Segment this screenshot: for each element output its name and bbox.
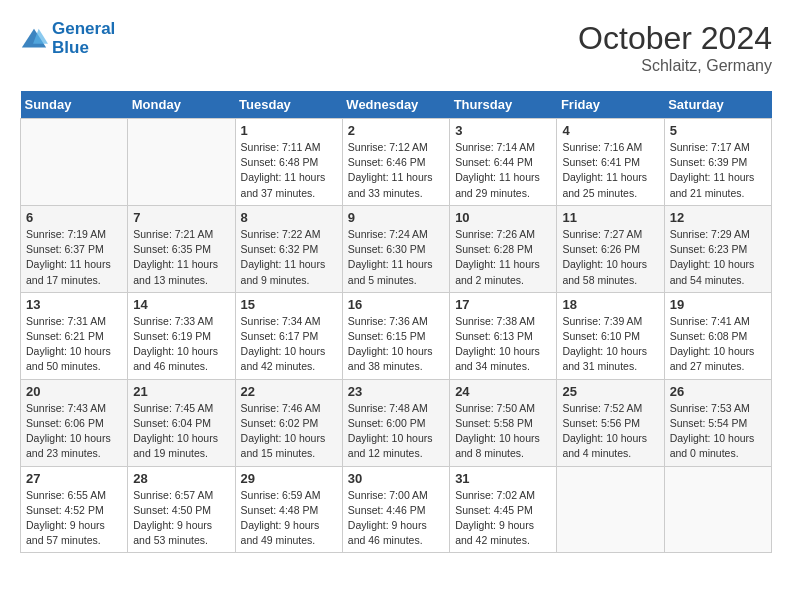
- day-number: 19: [670, 297, 766, 312]
- day-info: Sunrise: 7:46 AMSunset: 6:02 PMDaylight:…: [241, 401, 337, 462]
- day-number: 13: [26, 297, 122, 312]
- day-info: Sunrise: 7:36 AMSunset: 6:15 PMDaylight:…: [348, 314, 444, 375]
- day-cell: 12Sunrise: 7:29 AMSunset: 6:23 PMDayligh…: [664, 205, 771, 292]
- day-number: 17: [455, 297, 551, 312]
- day-number: 5: [670, 123, 766, 138]
- day-cell: 27Sunrise: 6:55 AMSunset: 4:52 PMDayligh…: [21, 466, 128, 553]
- header-cell-thursday: Thursday: [450, 91, 557, 119]
- day-info: Sunrise: 7:11 AMSunset: 6:48 PMDaylight:…: [241, 140, 337, 201]
- header-row: SundayMondayTuesdayWednesdayThursdayFrid…: [21, 91, 772, 119]
- week-row-5: 27Sunrise: 6:55 AMSunset: 4:52 PMDayligh…: [21, 466, 772, 553]
- day-cell: [557, 466, 664, 553]
- day-info: Sunrise: 7:17 AMSunset: 6:39 PMDaylight:…: [670, 140, 766, 201]
- day-number: 27: [26, 471, 122, 486]
- day-cell: 29Sunrise: 6:59 AMSunset: 4:48 PMDayligh…: [235, 466, 342, 553]
- day-number: 15: [241, 297, 337, 312]
- header-cell-friday: Friday: [557, 91, 664, 119]
- day-number: 31: [455, 471, 551, 486]
- day-info: Sunrise: 7:12 AMSunset: 6:46 PMDaylight:…: [348, 140, 444, 201]
- day-info: Sunrise: 7:38 AMSunset: 6:13 PMDaylight:…: [455, 314, 551, 375]
- day-number: 29: [241, 471, 337, 486]
- day-cell: 20Sunrise: 7:43 AMSunset: 6:06 PMDayligh…: [21, 379, 128, 466]
- day-number: 30: [348, 471, 444, 486]
- day-cell: 4Sunrise: 7:16 AMSunset: 6:41 PMDaylight…: [557, 119, 664, 206]
- day-number: 8: [241, 210, 337, 225]
- header-cell-saturday: Saturday: [664, 91, 771, 119]
- day-info: Sunrise: 7:19 AMSunset: 6:37 PMDaylight:…: [26, 227, 122, 288]
- day-info: Sunrise: 7:34 AMSunset: 6:17 PMDaylight:…: [241, 314, 337, 375]
- day-number: 18: [562, 297, 658, 312]
- day-number: 10: [455, 210, 551, 225]
- week-row-1: 1Sunrise: 7:11 AMSunset: 6:48 PMDaylight…: [21, 119, 772, 206]
- header-cell-tuesday: Tuesday: [235, 91, 342, 119]
- day-info: Sunrise: 6:57 AMSunset: 4:50 PMDaylight:…: [133, 488, 229, 549]
- day-cell: 18Sunrise: 7:39 AMSunset: 6:10 PMDayligh…: [557, 292, 664, 379]
- header-cell-monday: Monday: [128, 91, 235, 119]
- day-cell: 25Sunrise: 7:52 AMSunset: 5:56 PMDayligh…: [557, 379, 664, 466]
- day-info: Sunrise: 7:31 AMSunset: 6:21 PMDaylight:…: [26, 314, 122, 375]
- calendar-table: SundayMondayTuesdayWednesdayThursdayFrid…: [20, 91, 772, 553]
- day-cell: 17Sunrise: 7:38 AMSunset: 6:13 PMDayligh…: [450, 292, 557, 379]
- day-cell: 23Sunrise: 7:48 AMSunset: 6:00 PMDayligh…: [342, 379, 449, 466]
- logo-text: General Blue: [52, 20, 115, 57]
- header-cell-sunday: Sunday: [21, 91, 128, 119]
- day-info: Sunrise: 7:27 AMSunset: 6:26 PMDaylight:…: [562, 227, 658, 288]
- day-info: Sunrise: 7:00 AMSunset: 4:46 PMDaylight:…: [348, 488, 444, 549]
- day-cell: 22Sunrise: 7:46 AMSunset: 6:02 PMDayligh…: [235, 379, 342, 466]
- day-info: Sunrise: 7:50 AMSunset: 5:58 PMDaylight:…: [455, 401, 551, 462]
- day-number: 22: [241, 384, 337, 399]
- day-info: Sunrise: 6:59 AMSunset: 4:48 PMDaylight:…: [241, 488, 337, 549]
- day-cell: [664, 466, 771, 553]
- day-cell: 6Sunrise: 7:19 AMSunset: 6:37 PMDaylight…: [21, 205, 128, 292]
- day-number: 25: [562, 384, 658, 399]
- day-cell: 2Sunrise: 7:12 AMSunset: 6:46 PMDaylight…: [342, 119, 449, 206]
- day-number: 28: [133, 471, 229, 486]
- day-number: 21: [133, 384, 229, 399]
- week-row-3: 13Sunrise: 7:31 AMSunset: 6:21 PMDayligh…: [21, 292, 772, 379]
- day-cell: 8Sunrise: 7:22 AMSunset: 6:32 PMDaylight…: [235, 205, 342, 292]
- day-number: 9: [348, 210, 444, 225]
- day-cell: 26Sunrise: 7:53 AMSunset: 5:54 PMDayligh…: [664, 379, 771, 466]
- day-cell: [128, 119, 235, 206]
- day-number: 6: [26, 210, 122, 225]
- day-info: Sunrise: 7:29 AMSunset: 6:23 PMDaylight:…: [670, 227, 766, 288]
- day-info: Sunrise: 7:33 AMSunset: 6:19 PMDaylight:…: [133, 314, 229, 375]
- day-number: 2: [348, 123, 444, 138]
- day-number: 24: [455, 384, 551, 399]
- day-cell: 9Sunrise: 7:24 AMSunset: 6:30 PMDaylight…: [342, 205, 449, 292]
- day-info: Sunrise: 7:43 AMSunset: 6:06 PMDaylight:…: [26, 401, 122, 462]
- day-cell: 13Sunrise: 7:31 AMSunset: 6:21 PMDayligh…: [21, 292, 128, 379]
- day-info: Sunrise: 7:24 AMSunset: 6:30 PMDaylight:…: [348, 227, 444, 288]
- day-cell: 30Sunrise: 7:00 AMSunset: 4:46 PMDayligh…: [342, 466, 449, 553]
- day-number: 3: [455, 123, 551, 138]
- day-number: 26: [670, 384, 766, 399]
- day-cell: 19Sunrise: 7:41 AMSunset: 6:08 PMDayligh…: [664, 292, 771, 379]
- day-number: 11: [562, 210, 658, 225]
- day-info: Sunrise: 7:21 AMSunset: 6:35 PMDaylight:…: [133, 227, 229, 288]
- day-info: Sunrise: 7:02 AMSunset: 4:45 PMDaylight:…: [455, 488, 551, 549]
- day-number: 16: [348, 297, 444, 312]
- day-cell: 21Sunrise: 7:45 AMSunset: 6:04 PMDayligh…: [128, 379, 235, 466]
- day-number: 14: [133, 297, 229, 312]
- day-info: Sunrise: 7:52 AMSunset: 5:56 PMDaylight:…: [562, 401, 658, 462]
- logo: General Blue: [20, 20, 115, 57]
- day-cell: 14Sunrise: 7:33 AMSunset: 6:19 PMDayligh…: [128, 292, 235, 379]
- day-number: 4: [562, 123, 658, 138]
- day-cell: 3Sunrise: 7:14 AMSunset: 6:44 PMDaylight…: [450, 119, 557, 206]
- day-info: Sunrise: 7:39 AMSunset: 6:10 PMDaylight:…: [562, 314, 658, 375]
- day-info: Sunrise: 7:48 AMSunset: 6:00 PMDaylight:…: [348, 401, 444, 462]
- day-cell: 11Sunrise: 7:27 AMSunset: 6:26 PMDayligh…: [557, 205, 664, 292]
- day-info: Sunrise: 7:26 AMSunset: 6:28 PMDaylight:…: [455, 227, 551, 288]
- day-info: Sunrise: 7:45 AMSunset: 6:04 PMDaylight:…: [133, 401, 229, 462]
- month-title: October 2024: [578, 20, 772, 57]
- week-row-2: 6Sunrise: 7:19 AMSunset: 6:37 PMDaylight…: [21, 205, 772, 292]
- day-cell: 10Sunrise: 7:26 AMSunset: 6:28 PMDayligh…: [450, 205, 557, 292]
- week-row-4: 20Sunrise: 7:43 AMSunset: 6:06 PMDayligh…: [21, 379, 772, 466]
- day-info: Sunrise: 7:14 AMSunset: 6:44 PMDaylight:…: [455, 140, 551, 201]
- title-area: October 2024 Schlaitz, Germany: [578, 20, 772, 75]
- day-cell: 1Sunrise: 7:11 AMSunset: 6:48 PMDaylight…: [235, 119, 342, 206]
- header: General Blue October 2024 Schlaitz, Germ…: [20, 20, 772, 75]
- day-cell: 15Sunrise: 7:34 AMSunset: 6:17 PMDayligh…: [235, 292, 342, 379]
- day-info: Sunrise: 6:55 AMSunset: 4:52 PMDaylight:…: [26, 488, 122, 549]
- day-info: Sunrise: 7:16 AMSunset: 6:41 PMDaylight:…: [562, 140, 658, 201]
